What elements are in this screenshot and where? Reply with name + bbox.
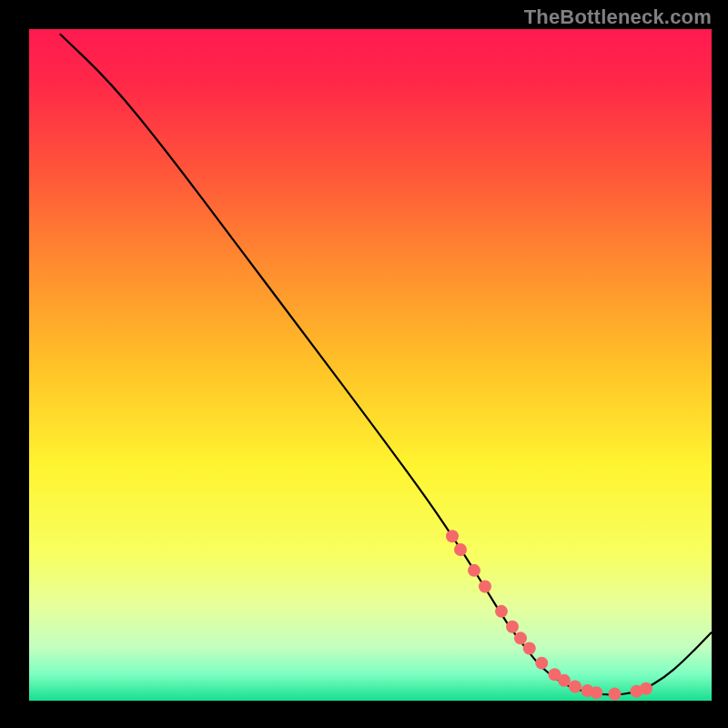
- curve-marker: [479, 581, 491, 593]
- curve-marker: [590, 686, 602, 699]
- curve-marker: [523, 642, 536, 654]
- curve-marker: [495, 605, 508, 618]
- curve-marker: [640, 682, 652, 695]
- chart-container: { "watermark": "TheBottleneck.com", "cha…: [0, 0, 728, 728]
- curve-marker: [609, 688, 622, 701]
- curve-marker: [535, 657, 548, 670]
- watermark-text: TheBottleneck.com: [524, 5, 712, 29]
- bottleneck-chart: [0, 0, 728, 728]
- curve-marker: [468, 564, 480, 577]
- curve-marker: [454, 543, 467, 556]
- gradient-background: [29, 29, 712, 701]
- curve-marker: [506, 621, 519, 633]
- curve-marker: [514, 632, 527, 644]
- curve-marker: [569, 681, 581, 693]
- curve-marker: [446, 530, 459, 542]
- curve-marker: [558, 674, 571, 687]
